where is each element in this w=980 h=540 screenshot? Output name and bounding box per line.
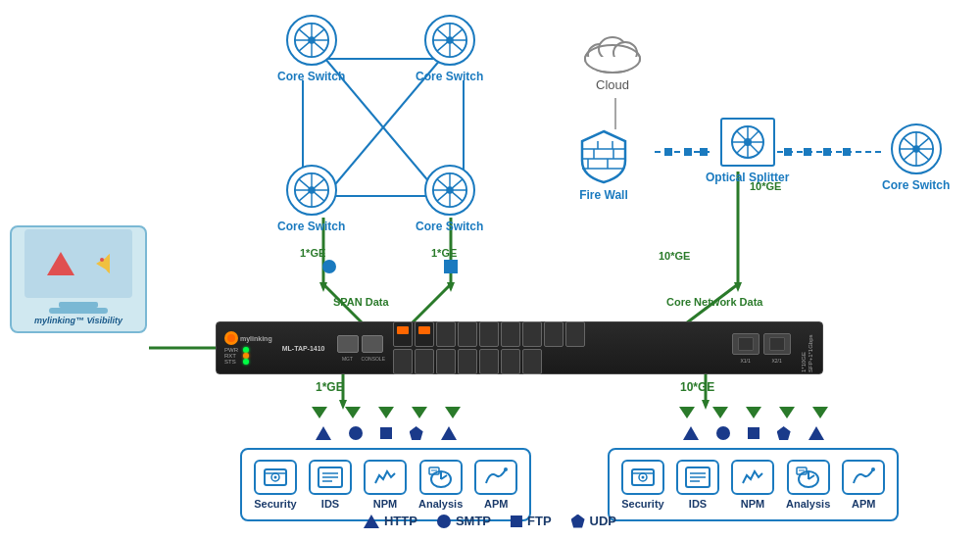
node-bottom-right: Core Switch <box>416 165 483 233</box>
node-bottom-left: Core Switch <box>277 165 345 233</box>
tool-npm-right: NPM <box>731 460 774 510</box>
tool-label-ids-r: IDS <box>689 498 707 510</box>
legend-udp: UDP <box>571 514 616 528</box>
legend-http: HTTP <box>364 514 417 528</box>
cloud-label: Cloud <box>596 77 629 92</box>
legend-http-label: HTTP <box>384 514 417 528</box>
svg-rect-26 <box>823 148 831 156</box>
chassis-side-label: 1*10GE SFP+1*1Gbps <box>801 334 813 372</box>
optical-splitter-node: Optical Splitter <box>706 118 789 184</box>
tool-apm-left: APM <box>474 460 517 510</box>
tool-label-npm-l: NPM <box>373 498 397 510</box>
tool-ids-right: IDS <box>676 460 719 510</box>
label-right-core: Core Switch <box>882 178 950 192</box>
device-chassis: mylinking PWR RXT STS ML-TAP-1410 MGT <box>216 321 823 374</box>
core-switch-icon-tr <box>424 15 475 66</box>
monitor-display: mylinking™ Visibility <box>10 225 147 333</box>
tool-apm-right: APM <box>842 460 885 510</box>
svg-point-88 <box>274 476 277 479</box>
firewall-node: Fire Wall <box>578 127 629 202</box>
svg-marker-30 <box>734 282 742 292</box>
svg-point-85 <box>100 258 104 262</box>
core-switch-icon-right <box>891 123 942 174</box>
label-top-left: Core Switch <box>277 70 345 83</box>
svg-rect-12 <box>444 260 458 273</box>
model-label: ML-TAP-1410 <box>282 345 325 352</box>
svg-point-113 <box>871 467 875 471</box>
node-top-left: Core Switch <box>277 15 345 83</box>
svg-point-13 <box>322 260 336 273</box>
tool-label-ids-l: IDS <box>321 498 339 510</box>
monitor-brand-label: mylinking™ Visibility <box>34 316 122 325</box>
monitor-base <box>49 308 108 314</box>
svg-marker-11 <box>447 282 455 292</box>
tool-analysis-left: Analysis <box>418 460 463 510</box>
svg-rect-27 <box>843 148 851 156</box>
core-switch-icon-br <box>424 165 475 216</box>
node-right-core: Core Switch <box>882 123 950 192</box>
svg-rect-21 <box>684 148 692 156</box>
output-ge-left: 1*GE <box>316 380 344 394</box>
tool-ids-left: IDS <box>309 460 352 510</box>
legend-udp-label: UDP <box>590 514 616 528</box>
core-ge-left: 10*GE <box>659 250 690 262</box>
svg-rect-20 <box>664 148 672 156</box>
tool-label-security-r: Security <box>621 498 663 510</box>
label-bottom-left: Core Switch <box>277 220 345 233</box>
label-top-right: Core Switch <box>416 70 483 83</box>
span-ge-right: 1*GE <box>431 247 457 259</box>
node-top-right: Core Switch <box>416 15 483 83</box>
optical-splitter-icon <box>720 118 775 167</box>
cloud-node: Cloud <box>578 29 647 92</box>
label-bottom-right: Core Switch <box>416 220 483 233</box>
tools-left-group: Security IDS <box>240 407 531 521</box>
tool-label-security-l: Security <box>254 498 296 510</box>
tool-label-apm-r: APM <box>852 498 875 510</box>
svg-point-99 <box>504 467 508 471</box>
network-diagram: Core Switch Core Switch <box>0 0 980 540</box>
tool-label-apm-l: APM <box>484 498 508 510</box>
legend-smtp-label: SMTP <box>456 514 491 528</box>
legend: HTTP SMTP FTP UDP <box>364 514 616 528</box>
brand-label: mylinking <box>240 335 272 342</box>
legend-smtp: SMTP <box>437 514 491 528</box>
legend-ftp-label: FTP <box>527 514 552 528</box>
tool-label-npm-r: NPM <box>741 498 764 510</box>
span-data-label: SPAN Data <box>333 296 389 308</box>
svg-point-102 <box>642 476 645 479</box>
tool-npm-left: NPM <box>364 460 407 510</box>
svg-marker-10 <box>319 282 327 292</box>
tool-analysis-right: Analysis <box>786 460 830 510</box>
core-ge-right: 10*GE <box>750 180 781 192</box>
core-network-data-label: Core Network Data <box>666 296 762 308</box>
monitor-screen <box>24 229 132 298</box>
span-ge-left: 1*GE <box>300 247 325 259</box>
svg-rect-25 <box>804 148 811 156</box>
tool-security-right: Security <box>621 460 664 510</box>
core-switch-icon-bl <box>286 165 337 216</box>
tool-label-analysis-l: Analysis <box>418 498 463 510</box>
tool-label-analysis-r: Analysis <box>786 498 830 510</box>
output-ge-right: 10*GE <box>680 380 714 394</box>
legend-ftp: FTP <box>511 514 552 528</box>
firewall-label: Fire Wall <box>579 188 628 202</box>
svg-point-84 <box>744 138 752 146</box>
tools-right-group: Security IDS <box>608 407 899 521</box>
svg-line-9 <box>412 284 451 323</box>
core-switch-icon-tl <box>286 15 337 66</box>
tool-security-left: Security <box>254 460 297 510</box>
